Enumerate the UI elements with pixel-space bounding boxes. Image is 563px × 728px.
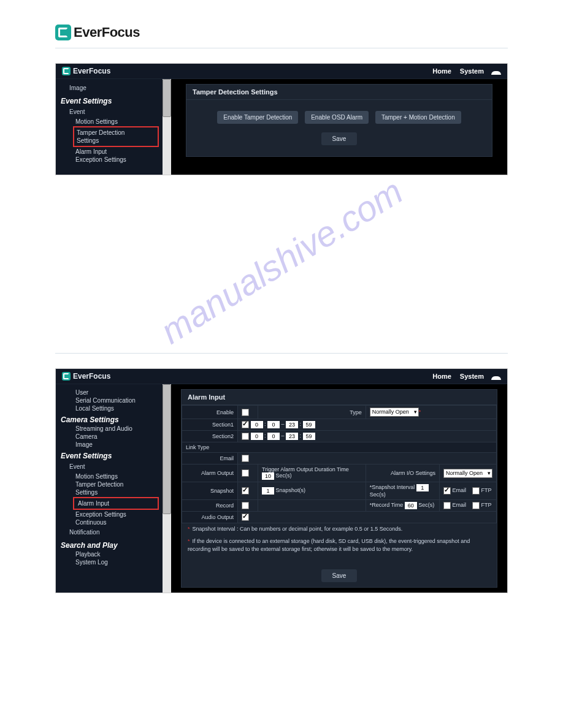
- sidebar-item-event[interactable]: Event: [64, 461, 163, 472]
- logo-icon: [62, 372, 71, 381]
- sidebar-item-alarm-input[interactable]: Alarm Input: [73, 497, 159, 510]
- section2-checkbox[interactable]: [242, 433, 249, 440]
- sidebar-item-playback[interactable]: Playback: [64, 551, 163, 558]
- section1-checkbox[interactable]: [242, 421, 249, 428]
- panel-tamper: Tamper Detection Settings Enable Tamper …: [186, 84, 492, 157]
- enable-osd-button[interactable]: Enable OSD Alarm: [305, 111, 369, 124]
- topbar-brand: EverFocus: [62, 372, 110, 381]
- sidebar-item-user[interactable]: User: [64, 389, 163, 396]
- record-checkbox[interactable]: [242, 502, 249, 509]
- enable-checkbox[interactable]: [242, 409, 249, 416]
- row-enable-label: Enable: [182, 406, 238, 419]
- scrollbar[interactable]: [163, 384, 171, 593]
- topbar-brand: EverFocus: [62, 67, 110, 75]
- sidebar: User Serial Communication Local Settings…: [56, 384, 163, 593]
- sidebar-item-streaming[interactable]: Streaming and Audio: [64, 425, 163, 432]
- rec-email-checkbox[interactable]: [443, 502, 451, 509]
- screenshot-alarm-input: EverFocus Home System User Serial Commun…: [55, 368, 508, 593]
- row-record-label: Record: [182, 500, 238, 512]
- type-select[interactable]: Normally Open: [370, 408, 419, 417]
- topbar: EverFocus Home System: [56, 64, 507, 79]
- snapshot-interval-input[interactable]: 1: [416, 484, 429, 491]
- user-icon[interactable]: [492, 371, 501, 381]
- sidebar-heading-search-play: Search and Play: [61, 541, 163, 550]
- s2-mm2[interactable]: 59: [303, 433, 315, 440]
- audio-checkbox[interactable]: [242, 514, 249, 521]
- row-type-label: Type: [258, 406, 366, 419]
- sidebar-heading-camera-settings: Camera Settings: [61, 415, 163, 424]
- row-alarm-output-label: Alarm Output: [182, 464, 238, 482]
- tamper-motion-button[interactable]: Tamper + Motion Detection: [375, 111, 461, 124]
- row-link-type: Link Type: [182, 442, 497, 453]
- sidebar-item-local[interactable]: Local Settings: [64, 405, 163, 412]
- aio-select[interactable]: Normally Open: [443, 469, 492, 478]
- row-audio-label: Audio Output: [182, 512, 238, 523]
- brand-logo: EverFocus: [55, 25, 508, 40]
- enable-tamper-button[interactable]: Enable Tamper Detection: [217, 111, 298, 124]
- sidebar-item-continuous[interactable]: Continuous: [64, 519, 163, 526]
- user-icon[interactable]: [492, 66, 501, 76]
- sidebar-item-motion[interactable]: Motion Settings: [64, 473, 163, 480]
- s1-mm2[interactable]: 59: [303, 421, 315, 428]
- rec-ftp-checkbox[interactable]: [472, 502, 480, 509]
- trigger-duration-input[interactable]: 10: [262, 472, 274, 480]
- row-snapshot-label: Snapshot: [182, 482, 238, 500]
- sidebar-item-notification[interactable]: Notification: [64, 527, 163, 537]
- snapshot-count-input[interactable]: 1: [262, 487, 274, 495]
- s1-mm[interactable]: 0: [267, 421, 280, 428]
- row-section1-label: Section1: [182, 419, 238, 431]
- note-2: *If the device is connected to an extern…: [182, 536, 497, 556]
- sidebar-item-exception[interactable]: Exception Settings: [64, 156, 163, 163]
- divider: [55, 353, 508, 354]
- note-1: *Snapshot Interval : Can be numbers or d…: [182, 523, 497, 536]
- row-section2-label: Section2: [182, 431, 238, 442]
- panel-alarm-input: Alarm Input Enable Type Normally Open* S…: [181, 389, 497, 588]
- watermark: manualshive.com: [153, 170, 410, 352]
- sidebar: Image Event Settings Event Motion Settin…: [56, 79, 163, 175]
- nav-home[interactable]: Home: [432, 67, 451, 75]
- s1-hh2[interactable]: 23: [286, 421, 298, 428]
- snapshot-checkbox[interactable]: [242, 487, 249, 495]
- sidebar-item-image[interactable]: Image: [64, 83, 163, 93]
- body-text-gap: manualshive.com: [55, 194, 508, 328]
- sidebar-item-settings[interactable]: Settings: [64, 489, 163, 496]
- logo-icon: [62, 67, 71, 75]
- s2-hh2[interactable]: 23: [286, 433, 298, 440]
- sidebar-item-exception[interactable]: Exception Settings: [64, 511, 163, 518]
- sidebar-item-tamper[interactable]: Tamper Detection: [64, 481, 163, 488]
- snap-email-checkbox[interactable]: [443, 487, 451, 495]
- save-button[interactable]: Save: [321, 569, 358, 582]
- sidebar-item-image[interactable]: Image: [64, 441, 163, 448]
- sidebar-item-camera[interactable]: Camera: [64, 433, 163, 440]
- main-content: Alarm Input Enable Type Normally Open* S…: [171, 384, 507, 593]
- sidebar-heading-event-settings: Event Settings: [61, 452, 163, 460]
- divider: [55, 48, 508, 48]
- panel-title: Alarm Input: [182, 390, 497, 405]
- aio-label: Alarm I/O Settings: [366, 464, 439, 482]
- topbar: EverFocus Home System: [56, 369, 507, 384]
- sidebar-item-tamper-detection[interactable]: Tamper DetectionSettings: [73, 126, 159, 147]
- logo-icon: [55, 25, 71, 40]
- s1-hh[interactable]: 0: [251, 421, 263, 428]
- nav-home[interactable]: Home: [432, 373, 451, 380]
- scrollbar[interactable]: [163, 79, 171, 175]
- record-time-input[interactable]: 60: [405, 502, 417, 509]
- row-email-label: Email: [182, 453, 238, 464]
- brand-name: EverFocus: [74, 25, 140, 40]
- sidebar-item-event[interactable]: Event: [64, 107, 163, 117]
- alarm-output-checkbox[interactable]: [242, 469, 249, 477]
- sidebar-heading-event-settings: Event Settings: [61, 97, 163, 105]
- main-content: Tamper Detection Settings Enable Tamper …: [171, 79, 507, 175]
- save-button[interactable]: Save: [321, 132, 358, 145]
- nav-system[interactable]: System: [460, 67, 484, 75]
- snap-ftp-checkbox[interactable]: [472, 487, 480, 495]
- s2-hh[interactable]: 0: [251, 433, 263, 440]
- sidebar-item-syslog[interactable]: System Log: [64, 559, 163, 566]
- sidebar-item-alarm-input[interactable]: Alarm Input: [64, 148, 163, 155]
- nav-system[interactable]: System: [460, 373, 484, 380]
- email-checkbox[interactable]: [242, 455, 249, 462]
- sidebar-item-serial[interactable]: Serial Communication: [64, 397, 163, 404]
- panel-title: Tamper Detection Settings: [186, 85, 492, 100]
- s2-mm[interactable]: 0: [267, 433, 280, 440]
- sidebar-item-motion-settings[interactable]: Motion Settings: [64, 118, 163, 125]
